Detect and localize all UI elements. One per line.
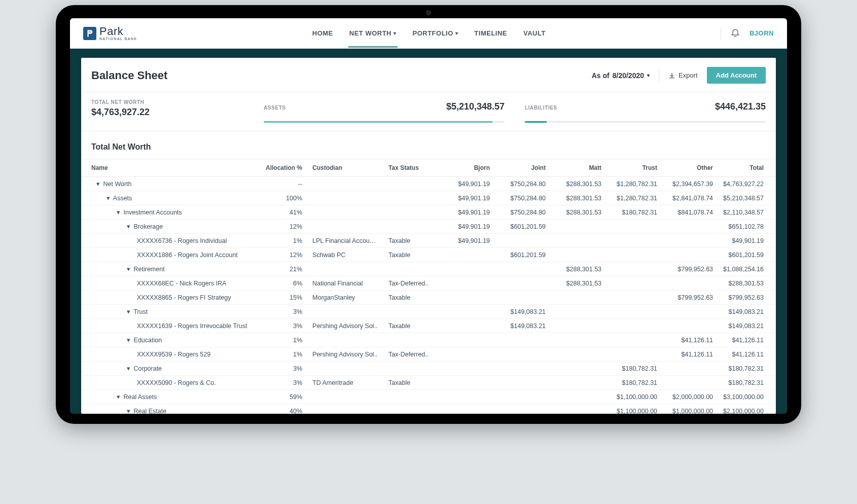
expand-caret-icon[interactable]: ▾ bbox=[127, 223, 132, 230]
cell-other bbox=[662, 376, 718, 390]
cell-trust bbox=[606, 319, 662, 333]
row-name[interactable]: ▾ Net Worth bbox=[81, 177, 261, 191]
row-name[interactable]: ▾ Investment Accounts bbox=[81, 205, 261, 220]
user-menu[interactable]: BJORN bbox=[749, 29, 774, 37]
expand-caret-icon[interactable]: ▾ bbox=[117, 208, 122, 216]
cell-trust bbox=[606, 234, 662, 248]
expand-caret-icon[interactable]: ▾ bbox=[127, 308, 132, 315]
cell-bjorn bbox=[439, 333, 495, 347]
brand-logo[interactable]: Park NATIONAL BANK bbox=[83, 26, 137, 41]
download-icon bbox=[668, 72, 675, 79]
row-name[interactable]: ▾ Brokerage bbox=[81, 220, 261, 234]
notifications-icon[interactable] bbox=[730, 27, 740, 40]
summary-assets-label: ASSETS bbox=[264, 105, 286, 111]
col-custodian[interactable]: Custodian bbox=[307, 159, 383, 177]
top-nav: Park NATIONAL BANK HOMENET WORTH▾PORTFOL… bbox=[70, 18, 787, 49]
brand-name: Park bbox=[99, 26, 137, 37]
nav-item-portfolio[interactable]: PORTFOLIO▾ bbox=[412, 19, 459, 47]
tablet-camera bbox=[426, 10, 431, 15]
table-row[interactable]: ▾ Real Estate40%$1,100,000.00$1,000,000.… bbox=[81, 404, 776, 414]
cell-trust bbox=[606, 220, 662, 234]
cell-other: $1,000,000.00 bbox=[662, 404, 718, 414]
cell-bjorn: $49,901.19 bbox=[439, 205, 495, 220]
table-row[interactable]: ▾ Brokerage12%$49,901.19$601,201.59$651,… bbox=[81, 220, 776, 234]
cell-total: $41,126.11 bbox=[718, 333, 776, 347]
cell-alloc: 59% bbox=[261, 390, 307, 404]
add-account-button[interactable]: Add Account bbox=[707, 67, 766, 84]
cell-alloc: 12% bbox=[261, 220, 307, 234]
nav-item-vault[interactable]: VAULT bbox=[522, 19, 547, 47]
row-name[interactable]: ▾ Corporate bbox=[81, 362, 261, 376]
col-trust[interactable]: Trust bbox=[606, 159, 662, 177]
col-total[interactable]: Total bbox=[718, 159, 776, 177]
cell-trust: $180,782.31 bbox=[606, 376, 662, 390]
nav-item-net-worth[interactable]: NET WORTH▾ bbox=[348, 19, 398, 47]
nav-menu: HOMENET WORTH▾PORTFOLIO▾TIMELINEVAULT bbox=[137, 19, 721, 47]
cell-tax bbox=[383, 220, 439, 234]
cell-tax: Tax-Deferred.. bbox=[383, 276, 439, 291]
cell-alloc: 1% bbox=[261, 234, 307, 248]
cell-alloc: 15% bbox=[261, 291, 307, 305]
summary-assets: ASSETS $5,210,348.57 bbox=[264, 99, 505, 123]
cell-other bbox=[662, 362, 718, 376]
col-name[interactable]: Name bbox=[81, 159, 261, 177]
cell-bjorn bbox=[439, 347, 495, 362]
nav-item-home[interactable]: HOME bbox=[311, 19, 334, 47]
table-row[interactable]: ▾ Assets100%$49,901.19$750,284.80$288,30… bbox=[81, 191, 776, 205]
cell-custodian bbox=[307, 191, 383, 205]
cell-matt bbox=[551, 220, 606, 234]
table-row[interactable]: ▾ Investment Accounts41%$49,901.19$750,2… bbox=[81, 205, 776, 220]
col-tax[interactable]: Tax Status bbox=[383, 159, 439, 177]
expand-caret-icon[interactable]: ▾ bbox=[106, 194, 112, 202]
row-name: XXXXX5090 - Rogers & Co. bbox=[81, 376, 261, 390]
table-row[interactable]: ▾ Retirement21%$288,301.53$799,952.63$1,… bbox=[81, 262, 776, 276]
cell-custodian bbox=[307, 390, 383, 404]
table-row[interactable]: ▾ Trust3%$149,083.21$149,083.21 bbox=[81, 305, 776, 319]
col-bjorn[interactable]: Bjorn bbox=[439, 159, 495, 177]
expand-caret-icon[interactable]: ▾ bbox=[96, 180, 101, 188]
row-name[interactable]: ▾ Trust bbox=[81, 305, 261, 319]
cell-other bbox=[662, 248, 718, 262]
expand-caret-icon[interactable]: ▾ bbox=[127, 336, 132, 344]
cell-joint: $750,284.80 bbox=[495, 177, 551, 191]
row-name[interactable]: ▾ Retirement bbox=[81, 262, 261, 276]
row-name[interactable]: ▾ Real Estate bbox=[81, 404, 261, 414]
expand-caret-icon[interactable]: ▾ bbox=[117, 393, 122, 401]
table-row[interactable]: ▾ Real Assets59%$1,100,000.00$2,000,000.… bbox=[81, 390, 776, 404]
col-other[interactable]: Other bbox=[662, 159, 718, 177]
cell-other: $41,126.11 bbox=[662, 347, 718, 362]
nav-item-label: HOME bbox=[312, 29, 333, 37]
col-alloc[interactable]: Allocation % bbox=[261, 159, 307, 177]
expand-caret-icon[interactable]: ▾ bbox=[127, 265, 132, 273]
cell-trust bbox=[606, 333, 662, 347]
col-matt[interactable]: Matt bbox=[551, 159, 606, 177]
table-row: XXXXX6736 - Rogers Individual1%LPL Finan… bbox=[81, 234, 776, 248]
expand-caret-icon[interactable]: ▾ bbox=[127, 407, 132, 414]
app-screen: Park NATIONAL BANK HOMENET WORTH▾PORTFOL… bbox=[70, 18, 787, 414]
cell-custodian bbox=[307, 177, 383, 191]
table-row[interactable]: ▾ Education1%$41,126.11$41,126.11 bbox=[81, 333, 776, 347]
row-name[interactable]: ▾ Education bbox=[81, 333, 261, 347]
nav-item-timeline[interactable]: TIMELINE bbox=[473, 19, 508, 47]
cell-trust bbox=[606, 248, 662, 262]
page-title: Balance Sheet bbox=[91, 69, 167, 82]
table-row[interactable]: ▾ Corporate3%$180,782.31$180,782.31 bbox=[81, 362, 776, 376]
row-name[interactable]: ▾ Assets bbox=[81, 191, 261, 205]
summary-liabilities: LIABILITIES $446,421.35 bbox=[525, 99, 766, 123]
summary-net-worth-value: $4,763,927.22 bbox=[91, 107, 243, 118]
cell-total: $180,782.31 bbox=[718, 362, 776, 376]
cell-matt bbox=[551, 362, 606, 376]
row-name[interactable]: ▾ Real Assets bbox=[81, 390, 261, 404]
table-row[interactable]: ▾ Net Worth--$49,901.19$750,284.80$288,3… bbox=[81, 177, 776, 191]
col-joint[interactable]: Joint bbox=[495, 159, 551, 177]
export-button[interactable]: Export bbox=[668, 71, 698, 79]
balance-table-wrap[interactable]: Name Allocation % Custodian Tax Status B… bbox=[81, 159, 776, 414]
table-row: XXXXX68EC - Nick Rogers IRA6%National Fi… bbox=[81, 276, 776, 291]
row-name: XXXXX68EC - Nick Rogers IRA bbox=[81, 276, 261, 291]
expand-caret-icon[interactable]: ▾ bbox=[127, 365, 132, 372]
page-header: Balance Sheet As of 8/20/2020 ▾ Export bbox=[81, 58, 776, 92]
as-of-date-picker[interactable]: As of 8/20/2020 ▾ bbox=[592, 71, 650, 80]
balance-table: Name Allocation % Custodian Tax Status B… bbox=[81, 159, 776, 414]
row-name: XXXXX6736 - Rogers Individual bbox=[81, 234, 261, 248]
table-header-row: Name Allocation % Custodian Tax Status B… bbox=[81, 159, 776, 177]
